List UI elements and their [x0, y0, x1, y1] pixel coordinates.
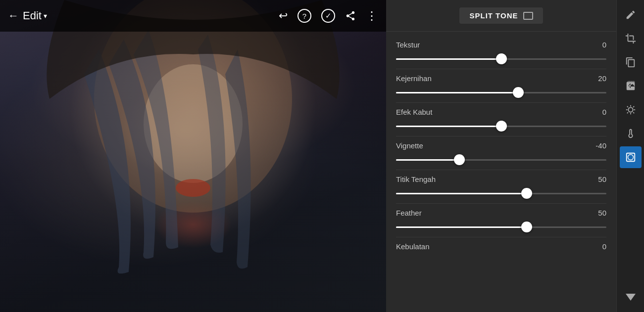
svg-line-8	[627, 106, 628, 107]
confirm-button[interactable]: ✓	[321, 9, 335, 23]
top-bar-left: ← Edit ▾	[8, 9, 47, 22]
slider-kebulatan-label: Kebulatan	[396, 242, 430, 251]
right-panel: SPLIT TONE Tekstur 0	[386, 0, 644, 312]
slider-vignette: Vignette -40	[396, 136, 606, 168]
slider-feather-value: 50	[598, 209, 606, 217]
svg-line-9	[633, 112, 634, 113]
slider-kebulatan: Kebulatan 0	[396, 237, 606, 259]
vignette-tool-button[interactable]	[620, 146, 642, 168]
vignette-icon	[625, 152, 636, 163]
slider-vignette-label: Vignette	[396, 141, 423, 150]
undo-button[interactable]: ↩	[279, 9, 288, 22]
more-button[interactable]: ⋮	[366, 9, 378, 23]
split-tone-button[interactable]: SPLIT TONE	[459, 7, 543, 24]
edit-chevron-icon: ▾	[44, 12, 47, 20]
top-bar: ← Edit ▾ ↩ ? ✓ ⋮	[0, 0, 386, 32]
slider-tekstur-label: Tekstur	[396, 41, 420, 49]
slider-vignette-track[interactable]	[396, 155, 606, 165]
slider-feather: Feather 50	[396, 204, 606, 235]
slider-feather-track[interactable]	[396, 222, 606, 232]
photo-editor-left-panel: ← Edit ▾ ↩ ? ✓ ⋮	[0, 0, 386, 312]
slider-efek-kabut-track[interactable]	[396, 121, 606, 131]
light-tool-button[interactable]	[620, 99, 642, 121]
share-button[interactable]	[345, 10, 356, 21]
split-tone-icon	[523, 12, 533, 20]
pencil-tool-button[interactable]	[620, 4, 642, 26]
slider-kejernihan-value: 20	[598, 74, 606, 83]
light-icon	[625, 104, 636, 115]
photo-enhance-button[interactable]	[620, 75, 642, 97]
sliders-area: SPLIT TONE Tekstur 0	[386, 0, 616, 312]
panel-header: SPLIT TONE	[386, 0, 616, 32]
photo-enhance-icon	[625, 81, 636, 91]
edit-dropdown[interactable]: Edit ▾	[23, 9, 47, 22]
slider-tekstur-value: 0	[602, 41, 606, 49]
slider-efek-kabut-value: 0	[602, 108, 606, 116]
crop-icon	[625, 33, 636, 44]
sliders-content: Tekstur 0 Kejernihan 20	[386, 32, 616, 312]
photo-canvas	[0, 0, 386, 312]
triangle-icon	[626, 294, 636, 301]
slider-tekstur: Tekstur 0	[396, 36, 606, 67]
svg-line-10	[627, 112, 628, 113]
slider-titik-tengah-track[interactable]	[396, 188, 606, 198]
slider-feather-label: Feather	[396, 209, 422, 217]
color-temp-icon	[625, 128, 636, 139]
back-button[interactable]: ←	[8, 9, 19, 22]
svg-point-3	[628, 107, 633, 112]
leaves-overlay	[0, 0, 386, 312]
slider-kejernihan-label: Kejernihan	[396, 74, 432, 83]
help-button[interactable]: ?	[297, 9, 311, 23]
sidebar-icons	[616, 0, 644, 312]
slider-kejernihan: Kejernihan 20	[396, 69, 606, 100]
layers-tool-button[interactable]	[620, 51, 642, 73]
slider-kebulatan-value: 0	[602, 242, 606, 251]
slider-kejernihan-track[interactable]	[396, 88, 606, 97]
slider-titik-tengah: Titik Tengah 50	[396, 170, 606, 201]
slider-tekstur-track[interactable]	[396, 54, 606, 64]
layers-icon	[625, 57, 636, 68]
crop-tool-button[interactable]	[620, 28, 642, 49]
split-tone-label: SPLIT TONE	[469, 11, 518, 20]
edit-label-text: Edit	[23, 9, 42, 22]
slider-efek-kabut-label: Efek Kabut	[396, 108, 432, 116]
svg-point-13	[628, 155, 633, 160]
alert-button[interactable]	[620, 286, 642, 308]
slider-efek-kabut: Efek Kabut 0	[396, 103, 606, 134]
slider-titik-tengah-value: 50	[598, 175, 606, 183]
slider-titik-tengah-label: Titik Tengah	[396, 175, 436, 183]
color-temp-button[interactable]	[620, 123, 642, 144]
svg-line-11	[633, 106, 634, 107]
pencil-icon	[625, 9, 636, 20]
top-bar-actions: ↩ ? ✓ ⋮	[279, 9, 378, 23]
slider-vignette-value: -40	[595, 141, 606, 150]
